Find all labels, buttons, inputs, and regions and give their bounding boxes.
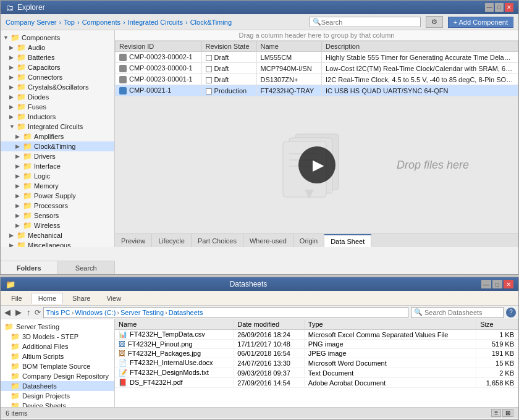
ds-file-row[interactable]: 📝FT4232H_DesignMods.txt 09/03/2018 09:37… xyxy=(115,368,518,378)
sidebar-item-batteries[interactable]: ▶ 📁 Batteries xyxy=(1,52,114,62)
breadcrumb-components[interactable]: Components xyxy=(82,19,120,26)
sidebar-item-amplifiers[interactable]: ▶ 📁 Amplifiers xyxy=(1,132,114,141)
ds-file-row[interactable]: 📕DS_FT4232H.pdf 27/09/2016 14:54 Adobe A… xyxy=(115,378,518,388)
sidebar-tab-folders[interactable]: Folders xyxy=(1,261,58,274)
col-name[interactable]: Name xyxy=(115,319,234,330)
col-type[interactable]: Type xyxy=(304,319,476,330)
sidebar-item-fuses[interactable]: ▶ 📁 Fuses xyxy=(1,102,114,112)
sidebar-item-drivers[interactable]: ▶ 📁 Drivers xyxy=(1,151,114,161)
explorer-search-box[interactable]: 🔍 xyxy=(310,17,421,27)
tab-preview[interactable]: Preview xyxy=(115,234,152,247)
sidebar-item-power[interactable]: ▶ 📁 Power Supply xyxy=(1,191,114,201)
sidebar-item-mechanical[interactable]: ▶ 📁 Mechanical xyxy=(1,230,114,240)
cell-type: Adobe Acrobat Document xyxy=(304,378,476,388)
ds-path-bar[interactable]: This PC › Windows (C:) › Server Testing … xyxy=(43,307,409,318)
tab-data-sheet[interactable]: Data Sheet xyxy=(324,234,371,247)
col-description[interactable]: Description xyxy=(322,41,518,52)
ds-grid-view-btn[interactable]: ⊞ xyxy=(502,409,513,417)
col-name[interactable]: Name xyxy=(256,41,322,52)
ds-folder-datasheets[interactable]: 📁 Datasheets xyxy=(1,381,114,391)
explorer-search-input[interactable] xyxy=(321,19,418,26)
ds-forward-btn[interactable]: ▶ xyxy=(14,308,23,317)
sidebar-item-capacitors[interactable]: ▶ 📁 Capacitors xyxy=(1,62,114,72)
table-row[interactable]: CMP-00023-00001-1 Draft DS1307ZN+ I2C Re… xyxy=(116,74,518,85)
expand-arrow: ▶ xyxy=(9,242,15,247)
ds-folder-3d-models[interactable]: 📁 3D Models - STEP xyxy=(1,332,114,342)
tab-origin[interactable]: Origin xyxy=(293,234,324,247)
sidebar-tab-search[interactable]: Search xyxy=(58,261,116,274)
table-row[interactable]: CMP-00023-00002-1 Draft LM555CM Highly S… xyxy=(116,52,518,63)
sidebar-item-clock-timing[interactable]: ▶ 📁 Clock&Timing xyxy=(1,141,114,151)
col-revision-id[interactable]: Revision ID xyxy=(116,41,202,52)
col-revision-state[interactable]: Revision State xyxy=(201,41,256,52)
explorer-maximize-btn[interactable]: □ xyxy=(495,3,504,12)
explorer-title-icon: 🗂 xyxy=(6,3,14,12)
ds-folder-additional-files[interactable]: 📁 Additional Files xyxy=(1,342,114,351)
ds-file-row[interactable]: 🖼FT4232H_Packages.jpg 06/01/2018 16:54 J… xyxy=(115,349,518,358)
tab-where-used[interactable]: Where-used xyxy=(243,234,293,247)
ds-folder-company-design[interactable]: 📁 Company Design Repository xyxy=(1,371,114,381)
folder-icon: 📁 xyxy=(11,352,20,361)
sidebar-item-diodes[interactable]: ▶ 📁 Diodes xyxy=(1,92,114,102)
sidebar-item-components[interactable]: ▼ 📁 Components xyxy=(1,33,114,43)
ds-folder-altium-scripts[interactable]: 📁 Altium Scripts xyxy=(1,351,114,361)
ds-folder-server-testing[interactable]: 📁 Server Testing xyxy=(1,322,114,332)
ds-up-btn[interactable]: ↑ xyxy=(25,308,32,317)
breadcrumb-company[interactable]: Company Server xyxy=(6,19,57,26)
ds-restore-btn[interactable]: □ xyxy=(492,280,502,288)
sidebar-item-crystals[interactable]: ▶ 📁 Crystals&Oscillators xyxy=(1,82,114,92)
ds-ribbon-tab-view[interactable]: View xyxy=(99,293,128,304)
ds-ribbon-tab-file[interactable]: File xyxy=(4,293,29,304)
cell-name: LM555CM xyxy=(256,52,322,63)
table-row[interactable]: CMP-00023-00000-1 Draft MCP7940M-I/SN Lo… xyxy=(116,63,518,74)
cell-name: MCP7940M-I/SN xyxy=(256,63,322,74)
ds-close-btn[interactable]: ✕ xyxy=(504,280,513,288)
sidebar-item-wireless[interactable]: ▶ 📁 Wireless xyxy=(1,220,114,230)
ds-file-row[interactable]: 📊FT4232H_TempData.csv 26/09/2016 18:24 M… xyxy=(115,330,518,340)
sidebar-item-logic[interactable]: ▶ 📁 Logic xyxy=(1,171,114,181)
col-date[interactable]: Date modified xyxy=(234,319,305,330)
ds-folder-device-sheets[interactable]: 📁 Device Sheets xyxy=(1,401,114,407)
explorer-minimize-btn[interactable]: — xyxy=(485,3,494,12)
sidebar-item-inductors[interactable]: ▶ 📁 Inductors xyxy=(1,112,114,122)
ds-search-input[interactable] xyxy=(424,309,500,316)
ds-ribbon-tab-share[interactable]: Share xyxy=(65,293,97,304)
breadcrumb-ic[interactable]: Integrated Circuits xyxy=(128,19,183,26)
sidebar-item-processors[interactable]: ▶ 📁 Processors xyxy=(1,201,114,211)
ds-folder-bom-template[interactable]: 📁 BOM Template Source xyxy=(1,361,114,371)
ds-window-icon: 📁 xyxy=(6,280,15,289)
tab-lifecycle[interactable]: Lifecycle xyxy=(152,234,192,247)
play-button[interactable]: ▶ xyxy=(298,146,335,183)
ds-minimize-btn[interactable]: — xyxy=(481,280,491,288)
sidebar-item-interface[interactable]: ▶ 📁 Interface xyxy=(1,161,114,171)
sidebar-item-misc[interactable]: ▶ 📁 Miscellaneous xyxy=(1,240,114,247)
path-server-testing: Server Testing xyxy=(120,309,164,316)
ds-help-btn[interactable]: ? xyxy=(506,308,516,317)
table-row[interactable]: CMP-00021-1 Production FT4232HQ-TRAY IC … xyxy=(116,85,518,96)
breadcrumb-clock[interactable]: Clock&Timing xyxy=(190,19,232,26)
ds-list-view-btn[interactable]: ≡ xyxy=(491,409,501,417)
sidebar-item-memory[interactable]: ▶ 📁 Memory xyxy=(1,181,114,191)
ds-back-btn[interactable]: ◀ xyxy=(3,308,12,317)
tab-part-choices[interactable]: Part Choices xyxy=(192,234,243,247)
folder-icon: 📁 xyxy=(11,392,20,400)
col-size[interactable]: Size xyxy=(476,319,518,330)
explorer-close-btn[interactable]: ✕ xyxy=(505,3,513,12)
sidebar-item-audio[interactable]: ▶ 📁 Audio xyxy=(1,43,114,52)
ds-file-row[interactable]: 🖼FT4232H_Pinout.png 17/11/2017 10:48 PNG… xyxy=(115,340,518,349)
ds-folder-design-projects[interactable]: 📁 Design Projects xyxy=(1,391,114,401)
breadcrumb-top[interactable]: Top xyxy=(64,19,75,26)
ds-search-box[interactable]: 🔍 xyxy=(411,307,504,318)
ds-folder-label: Company Design Repository xyxy=(22,372,109,380)
sidebar-item-connectors[interactable]: ▶ 📁 Connectors xyxy=(1,72,114,82)
sidebar-item-sensors[interactable]: ▶ 📁 Sensors xyxy=(1,211,114,220)
ds-ribbon-tab-home[interactable]: Home xyxy=(32,293,63,304)
datasheets-window: 📁 Datasheets — □ ✕ File Home Share View … xyxy=(0,277,519,420)
ds-file-row[interactable]: 📄FT4232H_InternalUse.docx 24/07/2016 13:… xyxy=(115,358,518,368)
settings-btn[interactable]: ⚙ xyxy=(426,16,443,28)
file-type-icon: 🖼 xyxy=(119,340,125,348)
sidebar-item-ic[interactable]: ▼ 📁 Integrated Circuits xyxy=(1,122,114,132)
ds-refresh-btn[interactable]: ⟳ xyxy=(35,308,41,317)
add-component-btn[interactable]: + Add Component xyxy=(448,17,513,28)
folder-icon: 📁 xyxy=(17,83,26,91)
